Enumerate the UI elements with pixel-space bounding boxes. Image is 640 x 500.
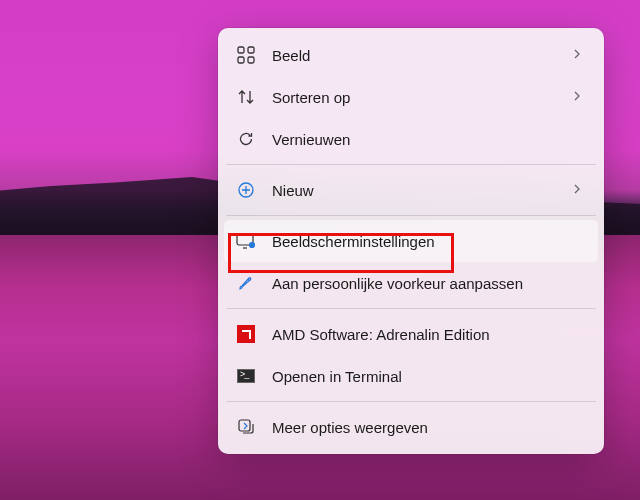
- display-settings-icon: [236, 231, 256, 251]
- menu-item-terminal[interactable]: Openen in Terminal: [224, 355, 598, 397]
- menu-divider: [226, 308, 596, 309]
- menu-label: Nieuw: [272, 182, 570, 199]
- menu-item-refresh[interactable]: Vernieuwen: [224, 118, 598, 160]
- new-icon: [236, 180, 256, 200]
- svg-rect-0: [238, 47, 244, 53]
- chevron-right-icon: [570, 47, 586, 63]
- menu-label: Sorteren op: [272, 89, 570, 106]
- terminal-icon: [236, 366, 256, 386]
- refresh-icon: [236, 129, 256, 149]
- chevron-right-icon: [570, 89, 586, 105]
- chevron-right-icon: [570, 182, 586, 198]
- menu-label: Aan persoonlijke voorkeur aanpassen: [272, 275, 586, 292]
- menu-divider: [226, 164, 596, 165]
- svg-rect-3: [248, 57, 254, 63]
- menu-item-view[interactable]: Beeld: [224, 34, 598, 76]
- menu-item-display-settings[interactable]: Beeldscherminstellingen: [224, 220, 598, 262]
- menu-divider: [226, 215, 596, 216]
- personalize-icon: [236, 273, 256, 293]
- menu-item-amd[interactable]: AMD Software: Adrenalin Edition: [224, 313, 598, 355]
- menu-divider: [226, 401, 596, 402]
- amd-icon: [236, 324, 256, 344]
- sort-icon: [236, 87, 256, 107]
- svg-point-6: [250, 243, 255, 248]
- menu-item-personalize[interactable]: Aan persoonlijke voorkeur aanpassen: [224, 262, 598, 304]
- menu-label: Beeldscherminstellingen: [272, 233, 586, 250]
- menu-label: Openen in Terminal: [272, 368, 586, 385]
- menu-item-sort[interactable]: Sorteren op: [224, 76, 598, 118]
- svg-rect-1: [248, 47, 254, 53]
- menu-label: Vernieuwen: [272, 131, 586, 148]
- menu-label: Beeld: [272, 47, 570, 64]
- more-options-icon: [236, 417, 256, 437]
- menu-item-new[interactable]: Nieuw: [224, 169, 598, 211]
- menu-label: Meer opties weergeven: [272, 419, 586, 436]
- svg-rect-2: [238, 57, 244, 63]
- svg-rect-7: [239, 420, 250, 431]
- menu-item-more-options[interactable]: Meer opties weergeven: [224, 406, 598, 448]
- menu-label: AMD Software: Adrenalin Edition: [272, 326, 586, 343]
- view-icon: [236, 45, 256, 65]
- desktop-context-menu: Beeld Sorteren op Vernieuwen: [218, 28, 604, 454]
